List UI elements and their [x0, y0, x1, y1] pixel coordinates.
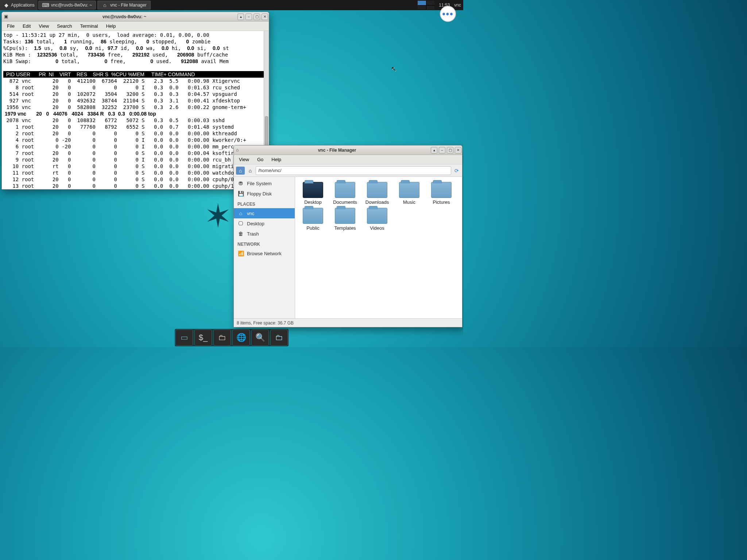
applications-menu[interactable]: ◆ Applications: [0, 0, 38, 10]
status-text: 8 items, Free space: 36.7 GB: [237, 320, 294, 326]
window-minimize-button[interactable]: –: [439, 147, 445, 153]
terminal-icon: ⌨: [42, 2, 49, 8]
folder-icon: [303, 208, 323, 224]
reload-icon[interactable]: ⟳: [453, 167, 460, 174]
trash-icon: 🗑: [237, 230, 244, 237]
dock-terminal[interactable]: $_: [194, 330, 212, 346]
menu-help[interactable]: Help: [102, 22, 120, 30]
menu-help[interactable]: Help: [268, 156, 285, 163]
terminal-titlebar-icon: ▣: [4, 14, 10, 20]
folder-icon: [367, 182, 387, 198]
fm-sidebar: ⛃File System💾Floppy DiskPLACES⌂vnc🖵Deskt…: [234, 177, 295, 318]
fm-title: vnc - File Manager: [244, 148, 430, 153]
folder-icon: [431, 182, 452, 198]
sidebar-label: Desktop: [247, 221, 264, 226]
fm-titlebar-icon: ⌂: [236, 147, 242, 153]
sidebar-label: vnc: [247, 211, 254, 216]
window-up-button[interactable]: ▴: [431, 147, 437, 153]
applications-label: Applications: [11, 3, 35, 8]
window-close-button[interactable]: ✕: [455, 147, 461, 153]
folder-templates[interactable]: Templates: [330, 208, 360, 231]
folder-pictures[interactable]: Pictures: [426, 182, 456, 205]
drive-icon: ⛃: [237, 180, 244, 187]
folder-label: Videos: [362, 225, 392, 231]
sidebar-label: Browse Network: [247, 251, 282, 256]
folder-public[interactable]: Public: [298, 208, 328, 231]
menu-terminal[interactable]: Terminal: [77, 22, 102, 30]
network-heading: NETWORK: [234, 239, 295, 248]
xfce-logo-icon: ◆: [3, 2, 9, 8]
workspace-pager[interactable]: [418, 1, 434, 9]
terminal-output[interactable]: top - 11:53:21 up 27 min, 0 users, load …: [2, 31, 269, 189]
sidebar-item-desktop[interactable]: 🖵Desktop: [234, 218, 295, 229]
helper-bubble[interactable]: •••: [440, 6, 456, 22]
wifi-icon: 📶: [237, 250, 244, 257]
sidebar-item-file-system[interactable]: ⛃File System: [234, 178, 295, 188]
home-icon: ⌂: [237, 210, 244, 217]
dock: ▭ $_ 🗀 🌐 🔍 🗀: [175, 329, 289, 346]
mouse-cursor: ↖: [391, 65, 396, 73]
taskbar-filemanager[interactable]: ⌂ vnc - File Manager: [97, 1, 150, 9]
folder-icon: [367, 208, 387, 224]
folder-label: Downloads: [362, 199, 392, 205]
fm-menubar: ViewGoHelp: [234, 155, 462, 164]
folder-icon: [335, 182, 355, 198]
wallpaper-logo: ✶: [204, 197, 232, 235]
folder-videos[interactable]: Videos: [362, 208, 392, 231]
desktop-icon: 🖵: [237, 220, 244, 227]
sidebar-label: Trash: [247, 231, 259, 237]
terminal-titlebar[interactable]: ▣ vnc@ruvds-8w0vu: ~ ▴ – ▢ ✕: [2, 12, 269, 22]
folder-icon: [335, 208, 355, 224]
folder-icon: [399, 182, 419, 198]
sidebar-item-vnc[interactable]: ⌂vnc: [234, 208, 295, 218]
menu-view[interactable]: View: [235, 156, 253, 163]
dock-browser[interactable]: 🌐: [232, 330, 250, 346]
fm-titlebar[interactable]: ⌂ vnc - File Manager ▴ – ▢ ✕: [234, 145, 462, 155]
folder-label: Desktop: [298, 199, 328, 205]
window-maximize-button[interactable]: ▢: [253, 13, 260, 20]
user-menu[interactable]: vnc: [452, 3, 463, 8]
filemanager-window: ⌂ vnc - File Manager ▴ – ▢ ✕ ViewGoHelp …: [233, 145, 462, 327]
dock-filemanager[interactable]: 🗀: [213, 330, 231, 346]
folder-desktop[interactable]: Desktop: [298, 182, 328, 205]
taskbar-terminal[interactable]: ⌨ vnc@ruvds-8w0vu: ~: [38, 1, 96, 9]
sidebar-item-floppy-disk[interactable]: 💾Floppy Disk: [234, 188, 295, 199]
window-up-button[interactable]: ▴: [237, 13, 244, 20]
terminal-window: ▣ vnc@ruvds-8w0vu: ~ ▴ – ▢ ✕ FileEditVie…: [1, 12, 269, 190]
folder-label: Pictures: [426, 199, 456, 205]
window-maximize-button[interactable]: ▢: [447, 147, 453, 153]
window-minimize-button[interactable]: –: [245, 13, 252, 20]
fm-toolbar: ⌂ ⌂ /home/vnc/ ⟳: [234, 164, 462, 177]
path-field[interactable]: /home/vnc/: [256, 166, 451, 175]
fm-folder-view[interactable]: DesktopDocumentsDownloadsMusicPicturesPu…: [295, 177, 462, 318]
sidebar-item-trash[interactable]: 🗑Trash: [234, 229, 295, 239]
floppy-icon: 💾: [237, 190, 244, 197]
folder-label: Public: [298, 225, 328, 231]
dock-search[interactable]: 🔍: [251, 330, 269, 346]
path-home-icon[interactable]: ⌂: [247, 167, 253, 174]
folder-downloads[interactable]: Downloads: [362, 182, 392, 205]
dock-show-desktop[interactable]: ▭: [175, 330, 193, 346]
sidebar-item-browse-network[interactable]: 📶Browse Network: [234, 248, 295, 258]
menu-search[interactable]: Search: [53, 22, 76, 30]
dock-folder[interactable]: 🗀: [270, 330, 288, 346]
sidebar-label: File System: [247, 181, 272, 186]
menu-view[interactable]: View: [35, 22, 53, 30]
sidebar-label: Floppy Disk: [247, 191, 272, 197]
folder-label: Documents: [330, 199, 360, 205]
menu-go[interactable]: Go: [253, 156, 267, 163]
folder-documents[interactable]: Documents: [330, 182, 360, 205]
top-panel: ◆ Applications ⌨ vnc@ruvds-8w0vu: ~ ⌂ vn…: [0, 0, 463, 10]
menu-edit[interactable]: Edit: [19, 22, 34, 30]
task-label: vnc - File Manager: [110, 3, 146, 8]
folder-music[interactable]: Music: [394, 182, 424, 205]
path-text: /home/vnc/: [258, 168, 282, 173]
task-label: vnc@ruvds-8w0vu: ~: [51, 3, 92, 8]
window-close-button[interactable]: ✕: [262, 13, 268, 20]
folder-label: Templates: [330, 225, 360, 231]
places-heading: PLACES: [234, 199, 295, 208]
folder-label: Music: [394, 199, 424, 205]
nav-home-icon[interactable]: ⌂: [236, 167, 245, 175]
terminal-menubar: FileEditViewSearchTerminalHelp: [2, 22, 269, 31]
menu-file[interactable]: File: [3, 22, 18, 30]
